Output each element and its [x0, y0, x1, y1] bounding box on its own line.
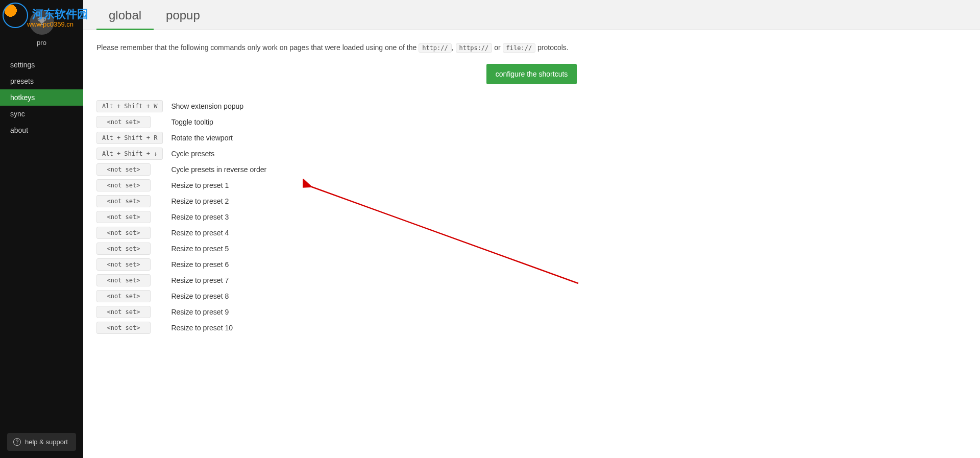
hotkey-desc: Resize to preset 10	[163, 322, 266, 334]
hotkey-key: <not set>	[96, 179, 151, 191]
avatar	[30, 10, 54, 35]
protocol-http: http://	[419, 43, 452, 53]
hotkey-row: Alt + Shift + ↓Cycle presets	[96, 148, 266, 160]
hotkey-row: <not set>Resize to preset 3	[96, 211, 266, 223]
hotkey-desc: Resize to preset 3	[163, 211, 266, 223]
hotkey-desc: Show extension popup	[163, 100, 266, 112]
sidebar-item-sync[interactable]: sync	[0, 106, 83, 122]
hotkey-key: <not set>	[96, 274, 151, 286]
notice-text: Please remember that the following comma…	[96, 43, 967, 52]
hotkey-desc: Rotate the viewport	[163, 132, 266, 144]
hotkey-row: <not set>Resize to preset 1	[96, 179, 266, 191]
configure-shortcuts-button[interactable]: configure the shortcuts	[486, 64, 577, 84]
hotkey-desc: Cycle presets in reverse order	[163, 163, 266, 176]
protocol-https: https://	[456, 43, 493, 53]
user-label: pro	[0, 39, 83, 46]
sidebar-top: pro	[0, 0, 83, 57]
hotkey-desc: Resize to preset 7	[163, 274, 266, 286]
hotkey-key: <not set>	[96, 163, 151, 176]
hotkey-key: Alt + Shift + W	[96, 100, 163, 112]
main: globalpopup Please remember that the fol…	[83, 0, 980, 458]
sidebar-item-presets[interactable]: presets	[0, 73, 83, 89]
hotkey-desc: Resize to preset 2	[163, 195, 266, 207]
hotkey-key: <not set>	[96, 195, 151, 207]
hotkey-desc: Toggle tooltip	[163, 116, 266, 128]
hotkey-table: Alt + Shift + WShow extension popup<not …	[96, 97, 266, 338]
hotkey-key: <not set>	[96, 322, 151, 334]
hotkey-row: <not set>Resize to preset 7	[96, 274, 266, 286]
tab-global[interactable]: global	[96, 0, 154, 30]
help-support-button[interactable]: ? help & support	[7, 433, 76, 451]
hotkey-key: <not set>	[96, 227, 151, 239]
hotkey-row: <not set>Resize to preset 2	[96, 195, 266, 207]
hotkey-key: <not set>	[96, 116, 151, 128]
nav-list: settingspresetshotkeyssyncabout	[0, 57, 83, 138]
hotkey-desc: Resize to preset 8	[163, 290, 266, 302]
hotkey-key: <not set>	[96, 306, 151, 318]
hotkey-row: <not set>Cycle presets in reverse order	[96, 163, 266, 176]
hotkey-key: Alt + Shift + ↓	[96, 148, 163, 160]
hotkey-row: <not set>Resize to preset 8	[96, 290, 266, 302]
help-support-label: help & support	[25, 438, 68, 446]
hotkey-key: <not set>	[96, 211, 151, 223]
hotkey-desc: Cycle presets	[163, 148, 266, 160]
hotkey-desc: Resize to preset 5	[163, 243, 266, 255]
hotkey-desc: Resize to preset 4	[163, 227, 266, 239]
hotkey-row: <not set>Resize to preset 6	[96, 258, 266, 271]
sidebar-item-about[interactable]: about	[0, 122, 83, 138]
hotkey-desc: Resize to preset 9	[163, 306, 266, 318]
hotkey-row: Alt + Shift + WShow extension popup	[96, 100, 266, 112]
protocol-file: file://	[503, 43, 536, 53]
hotkey-key: <not set>	[96, 290, 151, 302]
content: Please remember that the following comma…	[83, 30, 980, 358]
hotkey-row: <not set>Resize to preset 4	[96, 227, 266, 239]
sidebar-item-hotkeys[interactable]: hotkeys	[0, 89, 83, 106]
tab-bar: globalpopup	[83, 0, 980, 30]
sidebar: 河东软件园 www.pc0359.cn pro settingspresetsh…	[0, 0, 83, 458]
hotkey-desc: Resize to preset 6	[163, 258, 266, 271]
hotkey-row: <not set>Resize to preset 9	[96, 306, 266, 318]
trophy-icon	[37, 16, 47, 29]
help-icon: ?	[13, 438, 21, 446]
hotkey-key: <not set>	[96, 243, 151, 255]
hotkey-desc: Resize to preset 1	[163, 179, 266, 191]
tab-popup[interactable]: popup	[154, 0, 212, 30]
hotkey-row: <not set>Resize to preset 10	[96, 322, 266, 334]
hotkey-key: <not set>	[96, 258, 151, 271]
hotkey-row: <not set>Toggle tooltip	[96, 116, 266, 128]
hotkey-row: <not set>Resize to preset 5	[96, 243, 266, 255]
hotkey-row: Alt + Shift + RRotate the viewport	[96, 132, 266, 144]
hotkey-key: Alt + Shift + R	[96, 132, 163, 144]
sidebar-item-settings[interactable]: settings	[0, 57, 83, 73]
